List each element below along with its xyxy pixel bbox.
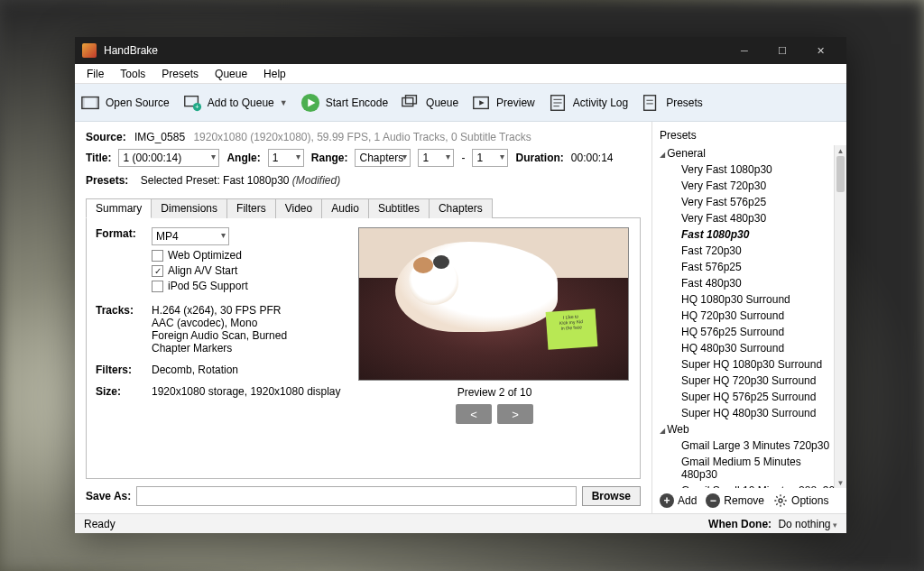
preview-next-button[interactable]: > [497, 404, 533, 424]
checkbox-icon [152, 281, 163, 292]
maximize-button[interactable]: ☐ [763, 37, 801, 64]
titlebar[interactable]: HandBrake ─ ☐ ✕ [75, 37, 846, 64]
tab-subtitles[interactable]: Subtitles [368, 198, 430, 218]
svg-rect-9 [406, 95, 417, 103]
scroll-up-icon[interactable]: ▲ [835, 145, 846, 156]
preset-item[interactable]: Fast 1080p30 [656, 226, 843, 243]
svg-text:+: + [195, 103, 199, 111]
browse-button[interactable]: Browse [582, 486, 641, 506]
preset-item[interactable]: Gmail Medium 5 Minutes 480p30 [656, 454, 843, 483]
main-panel: Source: IMG_0585 1920x1080 (1920x1080), … [75, 122, 651, 513]
preset-item[interactable]: Very Fast 720p30 [656, 178, 843, 194]
preset-item[interactable]: Fast 720p30 [656, 243, 843, 259]
preview-button[interactable]: Preview [471, 93, 535, 113]
preset-category[interactable]: General [656, 145, 843, 161]
range-type-select[interactable]: Chapters [355, 149, 411, 167]
add-to-queue-button[interactable]: + Add to Queue ▼ [182, 93, 288, 113]
toolbar: Open Source + Add to Queue ▼ Start Encod… [75, 84, 846, 122]
web-optimized-checkbox[interactable]: Web Optimized [152, 249, 347, 262]
add-preset-button[interactable]: + Add [660, 493, 697, 508]
preset-item[interactable]: Gmail Large 3 Minutes 720p30 [656, 437, 843, 454]
queue-button[interactable]: Queue [401, 93, 458, 113]
start-encode-button[interactable]: Start Encode [300, 93, 388, 113]
title-row: Title: 1 (00:00:14) Angle: 1 Range: Chap… [86, 149, 641, 167]
svg-point-19 [779, 499, 782, 502]
align-av-checkbox[interactable]: Align A/V Start [152, 264, 347, 277]
add-to-queue-label: Add to Queue [208, 97, 274, 109]
angle-select[interactable]: 1 [268, 149, 304, 167]
preset-item[interactable]: Super HQ 576p25 Surround [656, 389, 843, 405]
save-as-input[interactable] [136, 486, 576, 506]
when-done-label: When Done: [708, 518, 772, 530]
scrollbar[interactable]: ▲ ▼ [834, 145, 846, 488]
activity-log-button[interactable]: Activity Log [548, 93, 628, 113]
presets-icon [641, 93, 661, 113]
format-select[interactable]: MP4 [152, 227, 229, 245]
plus-icon: + [660, 493, 674, 508]
preset-modified: (Modified) [292, 174, 340, 187]
status-bar: Ready When Done: Do nothing [75, 513, 846, 533]
scroll-thumb[interactable] [836, 156, 845, 192]
preset-item[interactable]: Very Fast 480p30 [656, 210, 843, 226]
tab-summary[interactable]: Summary [86, 198, 152, 218]
menu-presets[interactable]: Presets [153, 65, 207, 83]
presets-panel-title: Presets [652, 127, 846, 145]
when-done-select[interactable]: Do nothing [778, 518, 837, 530]
range-start-select[interactable]: 1 [418, 149, 454, 167]
close-button[interactable]: ✕ [801, 37, 839, 64]
preview-image: I Like toKick my Kidin the face [358, 227, 629, 381]
preset-list[interactable]: GeneralVery Fast 1080p30Very Fast 720p30… [652, 145, 846, 488]
range-label: Range: [311, 152, 348, 164]
minimize-button[interactable]: ─ [725, 37, 763, 64]
preset-category[interactable]: Web [656, 421, 843, 437]
preview-prev-button[interactable]: < [456, 404, 492, 424]
tab-audio[interactable]: Audio [321, 198, 369, 218]
tab-dimensions[interactable]: Dimensions [151, 198, 227, 218]
menu-help[interactable]: Help [255, 65, 294, 83]
checkbox-icon [152, 250, 163, 262]
preset-item[interactable]: Very Fast 576p25 [656, 194, 843, 210]
preset-item[interactable]: HQ 720p30 Surround [656, 308, 843, 324]
remove-preset-button[interactable]: − Remove [706, 493, 764, 508]
preset-item[interactable]: Fast 576p25 [656, 259, 843, 275]
format-label: Format: [96, 227, 152, 295]
preset-item[interactable]: Super HQ 720p30 Surround [656, 373, 843, 389]
tracks-line: Foreign Audio Scan, Burned [152, 329, 347, 342]
menu-tools[interactable]: Tools [112, 65, 153, 83]
tab-video[interactable]: Video [275, 198, 322, 218]
angle-label: Angle: [226, 152, 260, 164]
preset-item[interactable]: HQ 480p30 Surround [656, 340, 843, 356]
ipod-checkbox[interactable]: iPod 5G Support [152, 280, 347, 292]
menu-file[interactable]: File [79, 65, 112, 83]
source-meta: 1920x1080 (1920x1080), 59.99 FPS, 1 Audi… [193, 131, 531, 143]
window-title: HandBrake [104, 44, 725, 57]
preset-item[interactable]: HQ 1080p30 Surround [656, 291, 843, 308]
tab-chapters[interactable]: Chapters [429, 198, 493, 218]
preset-item[interactable]: Gmail Small 10 Minutes 288p30 [656, 483, 843, 488]
app-window: HandBrake ─ ☐ ✕ File Tools Presets Queue… [75, 37, 846, 533]
preset-item[interactable]: Very Fast 1080p30 [656, 161, 843, 178]
scroll-down-icon[interactable]: ▼ [835, 477, 846, 488]
preset-item[interactable]: Super HQ 480p30 Surround [656, 405, 843, 421]
tracks-line: H.264 (x264), 30 FPS PFR [152, 304, 347, 317]
title-select[interactable]: 1 (00:00:14) [118, 149, 219, 167]
menubar: File Tools Presets Queue Help [75, 64, 846, 84]
presets-button[interactable]: Presets [641, 93, 703, 113]
menu-queue[interactable]: Queue [207, 65, 255, 83]
open-source-label: Open Source [106, 97, 170, 109]
presets-label-inline: Presets: [86, 174, 128, 187]
film-icon [80, 93, 100, 113]
preset-item[interactable]: Super HQ 1080p30 Surround [656, 356, 843, 373]
tab-filters[interactable]: Filters [226, 198, 276, 218]
preset-item[interactable]: HQ 576p25 Surround [656, 324, 843, 340]
duration-label: Duration: [515, 152, 563, 164]
range-end-select[interactable]: 1 [472, 149, 508, 167]
save-as-label: Save As: [86, 490, 131, 502]
open-source-button[interactable]: Open Source [80, 93, 170, 113]
options-button[interactable]: Options [773, 493, 828, 508]
checkbox-icon [152, 265, 163, 277]
svg-rect-0 [82, 97, 98, 108]
start-encode-label: Start Encode [326, 97, 388, 109]
preset-item[interactable]: Fast 480p30 [656, 275, 843, 291]
filters-value: Decomb, Rotation [152, 364, 347, 376]
